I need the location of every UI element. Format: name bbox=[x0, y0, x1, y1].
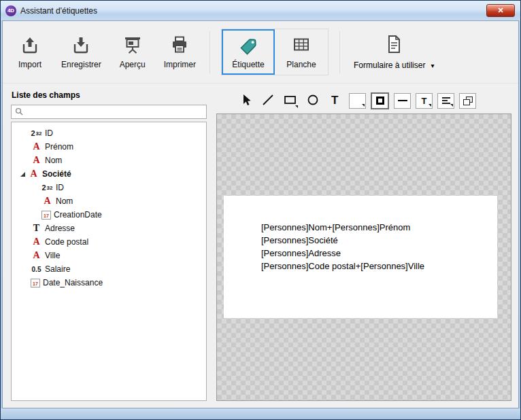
longint-field-icon: 232 bbox=[31, 129, 42, 137]
tab-etiquette[interactable]: Étiquette bbox=[222, 29, 275, 75]
design-panel: T bbox=[216, 90, 511, 401]
field-label: Ville bbox=[45, 251, 60, 260]
field-item[interactable]: A Code postal bbox=[12, 235, 206, 249]
fields-search-box bbox=[11, 105, 207, 119]
printer-icon bbox=[169, 35, 190, 55]
grid-sheet-icon bbox=[291, 35, 312, 55]
select-tool-button[interactable] bbox=[238, 92, 254, 109]
real-field-icon: 0.5 bbox=[31, 266, 42, 273]
fields-panel-title: Liste des champs bbox=[12, 90, 207, 100]
field-label: Date_Naissance bbox=[43, 278, 103, 287]
alpha-field-icon: A bbox=[31, 237, 42, 247]
line-width-icon bbox=[398, 100, 407, 101]
field-item[interactable]: 17 Date_Naissance bbox=[12, 276, 206, 290]
oval-tool-button[interactable] bbox=[305, 92, 321, 109]
window-bottom-frame bbox=[1, 408, 520, 419]
print-label: Imprimer bbox=[164, 60, 196, 69]
4d-logo-icon: 4D bbox=[5, 5, 16, 16]
field-item[interactable]: 232 ID bbox=[12, 126, 206, 140]
border-swatch-icon bbox=[376, 97, 384, 105]
field-label: Prénom bbox=[45, 142, 73, 152]
draw-toolbar: T bbox=[216, 90, 511, 111]
dropdown-arrow-icon bbox=[295, 105, 298, 108]
search-icon bbox=[15, 106, 23, 118]
import-button[interactable]: Import bbox=[12, 32, 48, 72]
fill-swatch-icon bbox=[353, 97, 362, 105]
form-document-icon bbox=[384, 34, 404, 56]
duplicate-button[interactable] bbox=[459, 93, 476, 109]
fields-search-input[interactable] bbox=[27, 107, 203, 117]
form-menu-label: Formulaire à utiliser bbox=[354, 60, 425, 70]
field-label: Adresse bbox=[45, 224, 75, 233]
field-item[interactable]: 17 CreationDate bbox=[12, 208, 206, 222]
align-button[interactable] bbox=[437, 93, 454, 109]
line-tool-button[interactable] bbox=[260, 92, 277, 109]
field-item[interactable]: 232 ID bbox=[12, 181, 206, 194]
content-area: Liste des champs 232 bbox=[3, 84, 518, 408]
dropdown-arrow-icon bbox=[428, 104, 431, 107]
date-field-icon: 17 bbox=[41, 211, 51, 220]
text-tool-button[interactable]: T bbox=[326, 92, 343, 109]
alpha-field-icon: A bbox=[41, 196, 53, 207]
field-label: CreationDate bbox=[54, 210, 102, 220]
label-field-line[interactable]: [Personnes]Société bbox=[261, 234, 424, 247]
field-label: Société bbox=[42, 169, 71, 179]
window-frame: Import Enregistrer bbox=[1, 20, 520, 408]
duplicate-icon bbox=[463, 97, 473, 105]
field-label: Code postal bbox=[45, 237, 88, 247]
main-toolbar: Import Enregistrer bbox=[3, 21, 518, 84]
label-fields-block: [Personnes]Nom+[Personnes]Prénom [Person… bbox=[261, 221, 424, 273]
chevron-down-icon: ▾ bbox=[431, 62, 434, 69]
window-title: Assistant d'étiquettes bbox=[20, 6, 97, 16]
label-field-line[interactable]: [Personnes]Code postal+[Personnes]Ville bbox=[261, 260, 424, 273]
alpha-field-icon: A bbox=[28, 169, 39, 179]
alpha-field-icon: A bbox=[31, 141, 42, 152]
print-button[interactable]: Imprimer bbox=[161, 32, 199, 72]
close-button[interactable]: ✕ bbox=[486, 4, 515, 17]
field-item[interactable]: A Nom bbox=[12, 154, 206, 167]
text-format-icon: T bbox=[422, 96, 427, 106]
field-label: Nom bbox=[45, 156, 62, 165]
preview-button[interactable]: Aperçu bbox=[115, 32, 150, 72]
field-label: Nom bbox=[56, 196, 73, 206]
label-field-line[interactable]: [Personnes]Adresse bbox=[261, 247, 424, 260]
label-wizard-window: 4D Assistant d'étiquettes ✕ Import bbox=[0, 0, 521, 420]
tree-expander-icon[interactable] bbox=[20, 172, 25, 177]
fill-color-button[interactable] bbox=[349, 93, 366, 109]
field-label: ID bbox=[45, 128, 53, 138]
preview-icon bbox=[122, 35, 143, 55]
align-icon bbox=[442, 97, 450, 104]
alpha-field-icon: A bbox=[31, 155, 42, 166]
line-width-button[interactable] bbox=[394, 93, 411, 109]
field-item[interactable]: T Adresse bbox=[12, 222, 206, 235]
client-area: Import Enregistrer bbox=[2, 20, 519, 408]
tab-planche[interactable]: Planche bbox=[275, 29, 328, 75]
dropdown-arrow-icon bbox=[362, 104, 365, 107]
cursor-arrow-icon bbox=[239, 93, 253, 109]
design-canvas[interactable]: [Personnes]Nom+[Personnes]Prénom [Person… bbox=[216, 113, 511, 401]
label-area[interactable]: [Personnes]Nom+[Personnes]Prénom [Person… bbox=[224, 196, 497, 318]
form-to-use-menu[interactable]: Formulaire à utiliser ▾ bbox=[351, 31, 437, 73]
field-label: Salaire bbox=[45, 264, 70, 274]
titlebar: 4D Assistant d'étiquettes ✕ bbox=[1, 1, 520, 20]
save-button[interactable]: Enregistrer bbox=[58, 32, 104, 72]
line-icon bbox=[261, 93, 275, 109]
field-item[interactable]: A Nom bbox=[12, 194, 206, 208]
rectangle-tool-button[interactable] bbox=[282, 92, 299, 109]
dropdown-arrow-icon bbox=[450, 104, 453, 107]
field-item[interactable]: A Société bbox=[12, 167, 206, 181]
preview-label: Aperçu bbox=[120, 60, 146, 69]
tag-icon bbox=[238, 35, 258, 55]
text-field-icon: T bbox=[31, 223, 42, 234]
text-format-button[interactable]: T bbox=[416, 93, 433, 109]
border-color-button[interactable] bbox=[371, 92, 389, 109]
field-item[interactable]: 0.5 Salaire bbox=[12, 262, 206, 276]
save-label: Enregistrer bbox=[61, 60, 101, 69]
label-field-line[interactable]: [Personnes]Nom+[Personnes]Prénom bbox=[261, 221, 424, 234]
format-cluster: T bbox=[349, 92, 476, 109]
field-item[interactable]: A Prénom bbox=[12, 140, 206, 154]
toolbar-separator bbox=[209, 31, 210, 73]
field-item[interactable]: A Ville bbox=[12, 249, 206, 262]
text-tool-icon: T bbox=[331, 94, 338, 107]
toolbar-separator bbox=[339, 31, 340, 73]
